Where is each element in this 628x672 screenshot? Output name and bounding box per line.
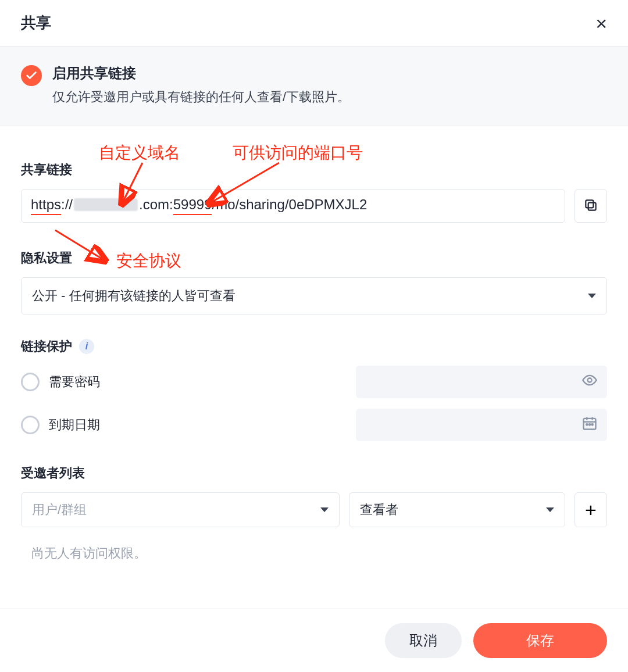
dialog-header: 共享 × bbox=[0, 0, 628, 47]
privacy-select[interactable]: 公开 - 任何拥有该链接的人皆可查看 bbox=[21, 277, 607, 314]
expiry-input-disabled bbox=[356, 409, 607, 441]
save-button[interactable]: 保存 bbox=[473, 623, 607, 658]
expiry-label: 到期日期 bbox=[49, 416, 100, 434]
enable-title: 启用共享链接 bbox=[52, 64, 350, 83]
svg-point-9 bbox=[592, 424, 593, 425]
close-icon: × bbox=[595, 12, 607, 34]
expiry-toggle[interactable] bbox=[21, 416, 40, 434]
svg-point-7 bbox=[586, 424, 587, 425]
link-protect-text: 链接保护 bbox=[21, 338, 72, 355]
copy-link-button[interactable] bbox=[575, 189, 607, 223]
invitee-user-select[interactable]: 用户/群组 bbox=[21, 492, 340, 527]
enable-share-block: 启用共享链接 仅允许受邀用户或具有链接的任何人查看/下载照片。 bbox=[0, 47, 628, 126]
password-input-disabled bbox=[356, 366, 607, 398]
password-toggle[interactable] bbox=[21, 373, 40, 391]
invitee-role-select[interactable]: 查看者 bbox=[349, 492, 565, 527]
chevron-down-icon bbox=[546, 507, 554, 512]
svg-rect-1 bbox=[586, 200, 593, 208]
share-link-label: 共享链接 bbox=[21, 161, 607, 178]
dialog-footer: 取消 保存 bbox=[0, 609, 628, 672]
invitee-user-placeholder: 用户/群组 bbox=[32, 501, 87, 519]
invitee-role-value: 查看者 bbox=[360, 501, 398, 519]
close-button[interactable]: × bbox=[595, 13, 607, 33]
url-port: 59999 bbox=[173, 196, 212, 215]
privacy-label: 隐私设置 bbox=[21, 249, 607, 267]
url-path: /mo/sharing/0eDPMXJL2 bbox=[212, 196, 367, 213]
eye-icon bbox=[581, 372, 598, 392]
invitee-empty-note: 尚无人有访问权限。 bbox=[31, 545, 607, 562]
url-sep2: : bbox=[169, 196, 173, 213]
share-url-display[interactable]: https :// .com : 59999 /mo/sharing/0eDPM… bbox=[21, 189, 565, 223]
privacy-value: 公开 - 任何拥有该链接的人皆可查看 bbox=[32, 287, 236, 305]
url-domain-redacted bbox=[74, 198, 138, 211]
dialog-title: 共享 bbox=[21, 13, 51, 33]
cancel-button[interactable]: 取消 bbox=[385, 623, 462, 658]
link-protect-label: 链接保护 i bbox=[21, 338, 607, 355]
plus-icon: + bbox=[585, 500, 597, 520]
copy-icon bbox=[583, 198, 598, 215]
svg-point-2 bbox=[588, 378, 592, 383]
add-invitee-button[interactable]: + bbox=[575, 492, 607, 527]
calendar-icon bbox=[581, 415, 598, 435]
invitees-label: 受邀者列表 bbox=[21, 464, 607, 482]
chevron-down-icon bbox=[588, 294, 596, 298]
chevron-down-icon bbox=[320, 507, 329, 512]
svg-point-8 bbox=[589, 424, 590, 425]
enable-desc: 仅允许受邀用户或具有链接的任何人查看/下载照片。 bbox=[52, 88, 350, 106]
enabled-check-icon[interactable] bbox=[21, 65, 42, 86]
url-scheme: https bbox=[31, 196, 61, 215]
password-label: 需要密码 bbox=[49, 373, 100, 391]
info-icon[interactable]: i bbox=[79, 339, 94, 354]
svg-rect-0 bbox=[588, 202, 596, 210]
url-tld: .com bbox=[139, 196, 169, 213]
url-sep1: :// bbox=[61, 196, 73, 213]
